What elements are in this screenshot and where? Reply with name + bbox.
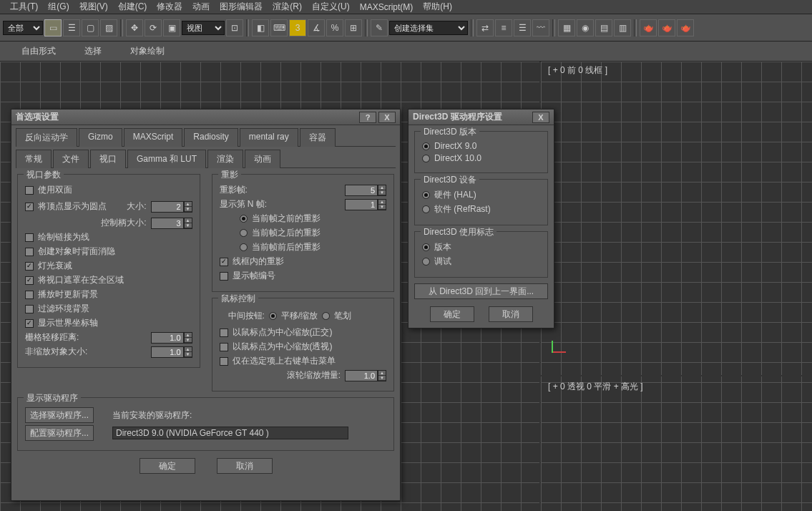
snap-toggle-icon[interactable]: 3 (289, 19, 306, 36)
spinner-snap-icon[interactable]: ⊞ (345, 19, 362, 36)
vertex-size-spinner[interactable]: ▲▼ (151, 201, 192, 213)
render-iter-icon[interactable]: 🫖 (658, 19, 675, 36)
chk-persp-center[interactable]: 以鼠标点为中心缩放(透视) (220, 341, 387, 353)
d3d-titlebar[interactable]: Direct3D 驱动程序设置 X (409, 110, 554, 125)
menu-custom[interactable]: 自定义(U) (308, 1, 354, 13)
ghost-frames-spinner[interactable]: ▲▼ (345, 185, 386, 196)
tab-gizmo[interactable]: Gizmo (79, 128, 122, 147)
ref-coord-dropdown[interactable]: 视图 (182, 21, 225, 35)
tab-viewport[interactable]: 视口 (90, 150, 126, 168)
nudge-dist-spinner[interactable]: ▲▼ (151, 332, 192, 344)
nonscale-spinner[interactable]: ▲▼ (151, 346, 192, 358)
material-editor-icon[interactable]: ◉ (577, 19, 594, 36)
chk-filter-bg[interactable]: 过滤环境背景 (25, 303, 192, 315)
menu-create[interactable]: 创建(C) (114, 1, 152, 13)
rotate-icon[interactable]: ⟳ (145, 19, 162, 36)
menu-tools[interactable]: 工具(T) (6, 1, 42, 13)
keyboard-shortcut-icon[interactable]: ⌨ (270, 19, 288, 36)
align-icon[interactable]: ≡ (495, 19, 512, 36)
chk-safe-frame[interactable]: 将视口遮罩在安全区域 (25, 274, 192, 286)
layers-icon[interactable]: ☰ (514, 19, 531, 36)
use-pivot-icon[interactable]: ⊡ (226, 19, 243, 36)
help-button[interactable]: ? (359, 112, 376, 123)
ribbon-freeform[interactable]: 自由形式 (21, 45, 56, 57)
chk-backface[interactable]: 创建对象时背面消隐 (25, 245, 192, 258)
tab-ik[interactable]: 反向运动学 (16, 128, 77, 147)
ribbon-objpaint[interactable]: 对象绘制 (130, 45, 165, 57)
handle-size-spinner[interactable]: ▲▼ (151, 218, 192, 229)
radio-flag-version[interactable]: 版本 (422, 241, 540, 253)
viewport-label-front[interactable]: [ + 0 前 0 线框 ] (548, 64, 607, 77)
tab-radiosity[interactable]: Radiosity (184, 128, 238, 147)
radio-flag-debug[interactable]: 调试 (422, 256, 540, 268)
menu-graph[interactable]: 图形编辑器 (215, 1, 267, 13)
render-active-icon[interactable]: 🫖 (677, 19, 694, 36)
d3d-cancel-button[interactable]: 取消 (489, 306, 533, 322)
tab-general[interactable]: 常规 (16, 150, 52, 168)
tab-render[interactable]: 渲染 (207, 150, 243, 168)
menu-render[interactable]: 渲染(R) (268, 1, 306, 13)
radio-pan[interactable]: 平移/缩放 (269, 310, 318, 322)
close-button[interactable]: X (378, 112, 396, 123)
schematic-view-icon[interactable]: ▦ (558, 19, 575, 36)
radio-refrast[interactable]: 软件 (RefRast) (422, 203, 540, 215)
chk-light-atten[interactable]: 灯光衰减 (25, 260, 192, 272)
wheel-inc-spinner[interactable]: ▲▼ (345, 370, 386, 381)
chk-update-bg[interactable]: 播放时更新背景 (25, 288, 192, 301)
chk-rclick-menu[interactable]: 仅在选定项上右键单击菜单 (220, 355, 387, 367)
viewport-label-persp[interactable]: [ + 0 透视 0 平滑 + 高光 ] (548, 381, 643, 393)
chk-vert-as-dot[interactable]: 将顶点显示为圆点 (25, 200, 107, 213)
menu-modifiers[interactable]: 修改器 (152, 1, 187, 13)
menu-animation[interactable]: 动画 (188, 1, 214, 13)
viewport-splitter-h[interactable] (539, 375, 812, 376)
curve-editor-icon[interactable]: 〰 (532, 19, 549, 36)
select-manip-icon[interactable]: ◧ (252, 19, 269, 36)
radio-hal[interactable]: 硬件 (HAL) (422, 189, 540, 201)
selection-filter-dropdown[interactable]: 全部 (3, 21, 43, 35)
percent-snap-icon[interactable]: % (326, 19, 343, 36)
menu-help[interactable]: 帮助(H) (419, 1, 456, 13)
radio-ghost-after[interactable]: 当前帧之后的重影 (240, 227, 387, 239)
tab-mentalray[interactable]: mental ray (240, 128, 298, 147)
d3d-close-button[interactable]: X (532, 112, 549, 123)
window-crossing-icon[interactable]: ▨ (100, 19, 117, 36)
radio-dx10[interactable]: DirectX 10.0 (422, 153, 540, 163)
radio-dx9[interactable]: DirectX 9.0 (422, 141, 540, 151)
chk-show-axis[interactable]: 显示世界坐标轴 (25, 317, 192, 329)
radio-ghost-before[interactable]: 当前帧之前的重影 (240, 213, 387, 225)
select-object-icon[interactable]: ▭ (44, 19, 62, 36)
angle-snap-icon[interactable]: ∡ (308, 19, 325, 36)
tab-gamma[interactable]: Gamma 和 LUT (127, 150, 206, 168)
chk-ortho-center[interactable]: 以鼠标点为中心缩放(正交) (220, 326, 387, 339)
select-rect-icon[interactable]: ▢ (82, 19, 99, 36)
edit-named-sel-icon[interactable]: ✎ (371, 19, 388, 36)
menu-maxscript[interactable]: MAXScript(M) (356, 2, 418, 12)
menu-view[interactable]: 视图(V) (75, 1, 112, 13)
radio-ghost-both[interactable]: 当前帧前后的重影 (240, 241, 387, 253)
render-prod-icon[interactable]: 🫖 (640, 19, 657, 36)
tab-anim[interactable]: 动画 (245, 150, 280, 168)
prefs-ok-button[interactable]: 确定 (140, 458, 195, 474)
tab-container[interactable]: 容器 (300, 128, 336, 147)
select-name-icon[interactable]: ☰ (63, 19, 80, 36)
chk-draw-links[interactable]: 绘制链接为线 (25, 231, 192, 243)
ribbon-select[interactable]: 选择 (84, 45, 102, 57)
radio-stroke[interactable]: 笔划 (322, 310, 351, 322)
d3d-back-button[interactable]: 从 Direct3D 回到上一界面... (414, 283, 548, 299)
preferences-titlebar[interactable]: 首选项设置 ? X (11, 110, 400, 125)
choose-driver-button[interactable]: 选择驱动程序... (25, 407, 94, 423)
chk-ghost-framenum[interactable]: 显示帧编号 (220, 270, 387, 282)
mirror-icon[interactable]: ⇄ (476, 19, 494, 36)
tab-maxscript[interactable]: MAXScript (124, 128, 183, 147)
named-selection-dropdown[interactable]: 创建选择集 (389, 21, 468, 35)
scale-icon[interactable]: ▣ (163, 19, 180, 36)
chk-ghost-wire[interactable]: 线框内的重影 (220, 256, 387, 268)
prefs-cancel-button[interactable]: 取消 (217, 458, 273, 474)
rendered-frame-icon[interactable]: ▥ (614, 19, 631, 36)
menu-group[interactable]: 组(G) (44, 1, 73, 13)
tab-files[interactable]: 文件 (53, 150, 89, 168)
render-setup-icon[interactable]: ▤ (595, 19, 612, 36)
chk-use-dual[interactable]: 使用双面 (25, 184, 192, 196)
move-icon[interactable]: ✥ (126, 19, 143, 36)
config-driver-button[interactable]: 配置驱动程序... (25, 425, 94, 441)
